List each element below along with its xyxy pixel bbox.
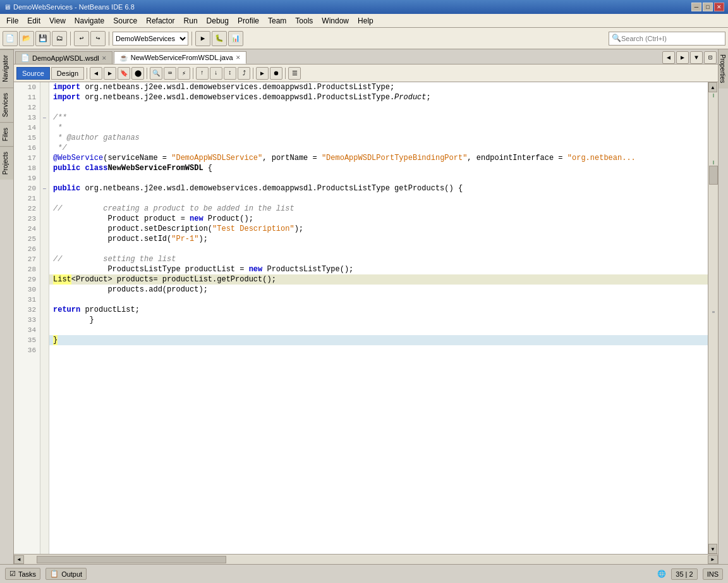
code-line-30: products.add(product);: [49, 285, 708, 295]
source-tab-button[interactable]: Source: [16, 67, 50, 80]
history-forward[interactable]: ▶: [104, 67, 116, 80]
tab-menu[interactable]: ▼: [690, 51, 703, 64]
design-tab-button[interactable]: Design: [51, 67, 84, 80]
navigator-tab[interactable]: Navigator: [0, 49, 13, 87]
fold-23: [40, 214, 49, 224]
title-bar-controls[interactable]: ─ □ ✕: [691, 3, 724, 11]
fold-12: [40, 102, 49, 113]
fold-17: [40, 153, 49, 163]
close-button[interactable]: ✕: [714, 3, 724, 11]
line-num-11: 11: [14, 92, 40, 102]
fold-18: [40, 163, 49, 173]
fold-14: [40, 123, 49, 133]
menu-help[interactable]: Help: [354, 15, 377, 27]
tasks-button[interactable]: ☑ Tasks: [5, 568, 40, 580]
line-num-36: 36: [14, 345, 40, 355]
profile-project-button[interactable]: 📊: [228, 31, 243, 46]
tasks-list[interactable]: ☰: [288, 67, 301, 80]
code-line-34: [49, 325, 708, 335]
find-usages[interactable]: 🔍: [150, 67, 162, 80]
fix-imports[interactable]: ⚡: [178, 67, 190, 80]
undo-button[interactable]: ↩: [74, 31, 89, 46]
scroll-right-button[interactable]: ▶: [708, 555, 718, 564]
files-tab[interactable]: Files: [0, 122, 13, 146]
search-box[interactable]: 🔍: [609, 32, 725, 46]
project-combo[interactable]: DemoWebServices: [112, 32, 188, 46]
new-button[interactable]: 📄: [3, 31, 18, 46]
toggle-bookmarks[interactable]: 🔖: [118, 67, 130, 80]
scroll-down-button[interactable]: ▼: [708, 544, 717, 554]
jump-next[interactable]: ↓: [210, 67, 222, 80]
vertical-scrollbar[interactable]: ▲ ▼: [708, 82, 718, 554]
output-icon: 📋: [50, 570, 59, 578]
run-macro[interactable]: ▶: [256, 67, 269, 80]
services-tab[interactable]: Services: [0, 87, 13, 122]
jump-last[interactable]: ↕: [224, 67, 236, 80]
fold-15: [40, 133, 49, 143]
search-input[interactable]: [621, 35, 722, 42]
menu-edit[interactable]: Edit: [23, 15, 44, 27]
debug-project-button[interactable]: 🐛: [212, 31, 227, 46]
java-tab-close[interactable]: ✕: [236, 54, 241, 61]
tab-scroll-right[interactable]: ▶: [676, 51, 689, 64]
code-content[interactable]: import org.netbeans.j2ee.wsdl.demowebser…: [49, 82, 708, 554]
java-tab-label: NewWebServiceFromWSDL.java: [131, 54, 233, 61]
tab-wsdl[interactable]: 📄 DemoAppWSDL.wsdl ✕: [15, 51, 112, 64]
maximize-button[interactable]: □: [703, 3, 713, 11]
fold-29: [40, 274, 49, 285]
menu-file[interactable]: File: [3, 15, 22, 27]
ed-sep2: [147, 68, 147, 79]
record-macro[interactable]: ⏺: [270, 67, 282, 80]
toggle-breakpoints[interactable]: ⬤: [131, 67, 144, 80]
history-back[interactable]: ◀: [90, 67, 102, 80]
menu-window[interactable]: Window: [318, 15, 353, 27]
tab-scroll-left[interactable]: ◀: [662, 51, 675, 64]
projects-tab[interactable]: Projects: [0, 146, 13, 180]
scroll-thumb[interactable]: [709, 166, 718, 185]
menu-tools[interactable]: Tools: [291, 15, 317, 27]
output-button[interactable]: 📋 Output: [46, 568, 87, 580]
menu-source[interactable]: Source: [109, 15, 141, 27]
run-project-button[interactable]: ▶: [195, 31, 210, 46]
jump-prev[interactable]: ↑: [196, 67, 209, 80]
h-scrollbar[interactable]: ◀ ▶: [14, 554, 718, 564]
fold-20[interactable]: ─: [40, 183, 49, 193]
minimize-button[interactable]: ─: [691, 3, 701, 11]
scroll-up-button[interactable]: ▲: [708, 82, 717, 92]
fold-30: [40, 285, 49, 295]
menu-navigate[interactable]: Navigate: [71, 15, 108, 27]
code-complete[interactable]: ⌨: [164, 67, 176, 80]
menu-team[interactable]: Team: [264, 15, 290, 27]
h-scroll-track[interactable]: [24, 555, 708, 564]
h-scroll-thumb[interactable]: [37, 556, 226, 563]
code-line-31: [49, 295, 708, 305]
toolbar-sep3: [191, 32, 192, 46]
scroll-track[interactable]: [708, 92, 718, 544]
code-line-10: import org.netbeans.j2ee.wsdl.demowebser…: [49, 82, 708, 92]
line-num-15: 15: [14, 133, 40, 143]
menu-debug[interactable]: Debug: [203, 15, 233, 27]
save-button[interactable]: 💾: [35, 31, 51, 46]
fold-24: [40, 224, 49, 234]
code-line-12: [49, 102, 708, 113]
fold-13[interactable]: ─: [40, 113, 49, 123]
wsdl-tab-close[interactable]: ✕: [102, 55, 107, 61]
code-line-20: public org.netbeans.j2ee.wsdl.demowebser…: [49, 183, 708, 193]
menu-profile[interactable]: Profile: [234, 15, 263, 27]
redo-button[interactable]: ↪: [90, 31, 106, 46]
scroll-left-button[interactable]: ◀: [14, 555, 24, 564]
properties-tab[interactable]: Properties: [719, 49, 728, 89]
menu-view[interactable]: View: [46, 15, 70, 27]
line-num-16: 16: [14, 143, 40, 153]
menu-run[interactable]: Run: [180, 15, 202, 27]
tab-java[interactable]: ☕ NewWebServiceFromWSDL.java ✕: [114, 51, 246, 64]
right-sidebar: Properties: [718, 49, 728, 564]
maximize-editor[interactable]: ⊡: [704, 51, 717, 64]
open-button[interactable]: 📂: [19, 31, 34, 46]
jump-first[interactable]: ⤴: [238, 67, 250, 80]
menu-refactor[interactable]: Refactor: [142, 15, 178, 27]
code-line-16: */: [49, 143, 708, 153]
save-all-button[interactable]: 🗂: [52, 31, 67, 46]
fold-25: [40, 234, 49, 244]
line-num-12: 12: [14, 102, 40, 113]
